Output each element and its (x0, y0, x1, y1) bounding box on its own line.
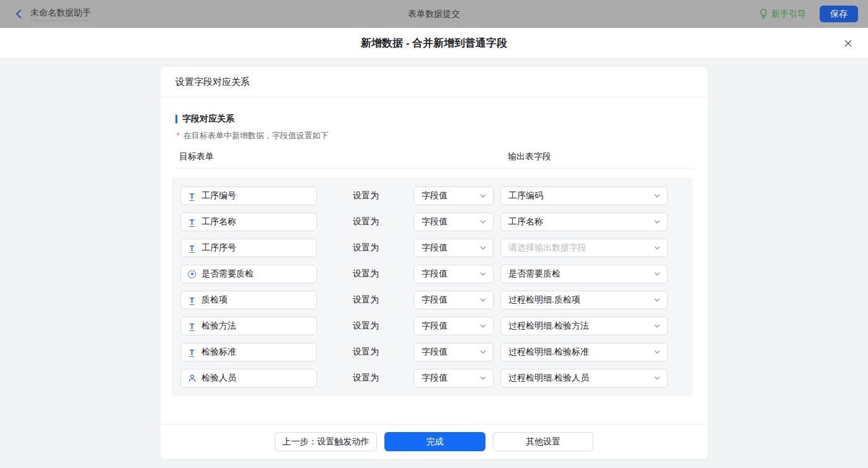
mapping-rows-panel: T 工序编号 设置为 字段值 工序编码 T 工序名称 设置为 字段值 (172, 177, 693, 396)
set-as-label: 设置为 (353, 242, 388, 254)
text-field-icon: T (187, 348, 197, 356)
other-settings-button[interactable]: 其他设置 (493, 432, 593, 451)
output-field-select[interactable]: 过程检明细.检验人员 (500, 369, 668, 387)
chevron-down-icon (479, 192, 487, 200)
top-bar: 未命名数据助手 表单数据提交 新手引导 保存 (0, 0, 868, 28)
output-field-value: 过程检明细.检验人员 (508, 373, 653, 384)
output-field-value: 过程检明细.检验标准 (508, 347, 653, 358)
target-field-label: 工序编号 (202, 190, 236, 201)
target-field-label: 检验标准 (202, 347, 236, 358)
assistant-name[interactable]: 未命名数据助手 (30, 7, 91, 21)
section-note-text: 在目标表单中新增数据，字段值设置如下 (184, 130, 329, 141)
section-title: 字段对应关系 (175, 113, 693, 125)
column-header-target: 目标表单 (179, 151, 214, 162)
set-as-label: 设置为 (353, 294, 388, 306)
output-field-value: 工序编码 (508, 190, 653, 201)
chevron-down-icon (653, 374, 661, 382)
save-button[interactable]: 保存 (820, 6, 858, 22)
output-field-select[interactable]: 工序编码 (500, 187, 668, 205)
card-header-title: 设置字段对应关系 (161, 67, 707, 97)
text-field-icon: T (187, 322, 197, 330)
output-field-select[interactable]: 过程检明细.检验标准 (500, 343, 668, 361)
output-field-select[interactable]: 是否需要质检 (500, 265, 668, 283)
mapping-row: T 检验标准 设置为 字段值 过程检明细.检验标准 (172, 343, 693, 361)
target-field-box[interactable]: T 检验标准 (180, 343, 317, 361)
output-field-select[interactable]: 请选择输出数据字段 (500, 239, 668, 257)
header-divider (175, 168, 693, 169)
value-mode-select[interactable]: 字段值 (414, 213, 494, 231)
back-button[interactable] (14, 9, 24, 19)
done-button[interactable]: 完成 (384, 432, 485, 451)
output-field-value: 工序名称 (508, 216, 653, 227)
chevron-down-icon (479, 218, 487, 226)
target-field-box[interactable]: T 工序编号 (180, 187, 317, 205)
output-field-select[interactable]: 过程检明细.检验方法 (500, 317, 668, 335)
value-mode-value: 字段值 (422, 216, 479, 227)
mapping-row: T 工序编号 设置为 字段值 工序编码 (172, 187, 693, 205)
chevron-left-icon (14, 9, 24, 19)
section-accent-bar (175, 115, 177, 123)
dialog-header: 新增数据 - 合并新增到普通字段 (0, 28, 868, 59)
target-field-label: 是否需要质检 (202, 268, 254, 280)
value-mode-select[interactable]: 字段值 (414, 369, 494, 387)
output-field-value: 是否需要质检 (508, 268, 653, 280)
value-mode-select[interactable]: 字段值 (414, 187, 494, 205)
output-field-value: 过程检明细.检验方法 (508, 320, 653, 332)
chevron-down-icon (653, 218, 661, 226)
value-mode-select[interactable]: 字段值 (414, 265, 494, 283)
target-field-label: 工序序号 (202, 242, 236, 254)
value-mode-select[interactable]: 字段值 (414, 291, 494, 309)
chevron-down-icon (479, 348, 487, 356)
output-field-select[interactable]: 过程检明细.质检项 (500, 291, 668, 309)
mapping-row: 是否需要质检 设置为 字段值 是否需要质检 (172, 265, 693, 283)
chevron-down-icon (479, 296, 487, 304)
mapping-row: T 工序名称 设置为 字段值 工序名称 (172, 213, 693, 231)
text-field-icon: T (187, 296, 197, 304)
value-mode-value: 字段值 (422, 373, 479, 384)
column-headers: 目标表单 输出表字段 (175, 151, 693, 164)
target-field-box[interactable]: T 工序名称 (180, 213, 317, 231)
value-mode-select[interactable]: 字段值 (414, 343, 494, 361)
chevron-down-icon (479, 322, 487, 330)
mapping-row: 检验人员 设置为 字段值 过程检明细.检验人员 (172, 369, 693, 387)
value-mode-value: 字段值 (422, 347, 479, 358)
chevron-down-icon (653, 244, 661, 252)
value-mode-select[interactable]: 字段值 (414, 239, 494, 257)
output-field-value: 过程检明细.质检项 (508, 294, 653, 306)
target-field-label: 检验人员 (202, 373, 236, 384)
beginner-guide-label: 新手引导 (771, 9, 806, 20)
target-field-box[interactable]: T 工序序号 (180, 239, 317, 257)
column-header-output: 输出表字段 (508, 151, 551, 162)
value-mode-value: 字段值 (422, 294, 479, 306)
chevron-down-icon (653, 296, 661, 304)
target-field-box[interactable]: T 检验方法 (180, 317, 317, 335)
target-field-box[interactable]: T 质检项 (180, 291, 317, 309)
chevron-down-icon (653, 348, 661, 356)
set-as-label: 设置为 (353, 216, 388, 227)
chevron-down-icon (479, 244, 487, 252)
beginner-guide-link[interactable]: 新手引导 (759, 9, 806, 20)
chevron-down-icon (479, 270, 487, 278)
previous-step-button[interactable]: 上一步：设置触发动作 (275, 432, 377, 451)
target-field-box[interactable]: 是否需要质检 (180, 265, 317, 283)
output-field-select[interactable]: 工序名称 (500, 213, 668, 231)
text-field-icon: T (187, 192, 197, 200)
field-mapping-card: 设置字段对应关系 字段对应关系 * 在目标表单中新增数据，字段值设置如下 目标表… (161, 67, 707, 459)
section-title-label: 字段对应关系 (182, 113, 234, 125)
set-as-label: 设置为 (353, 320, 388, 332)
target-field-label: 检验方法 (202, 320, 236, 332)
dialog-body: 设置字段对应关系 字段对应关系 * 在目标表单中新增数据，字段值设置如下 目标表… (0, 67, 868, 468)
required-asterisk: * (177, 131, 180, 140)
value-mode-value: 字段值 (422, 268, 479, 280)
set-as-label: 设置为 (353, 268, 388, 280)
output-field-value: 请选择输出数据字段 (508, 242, 653, 254)
value-mode-value: 字段值 (422, 190, 479, 201)
close-icon[interactable] (843, 38, 853, 48)
value-mode-select[interactable]: 字段值 (414, 317, 494, 335)
dialog-title: 新增数据 - 合并新增到普通字段 (361, 36, 507, 50)
mapping-row: T 质检项 设置为 字段值 过程检明细.质检项 (172, 291, 693, 309)
section-note: * 在目标表单中新增数据，字段值设置如下 (175, 130, 693, 141)
target-field-box[interactable]: 检验人员 (180, 369, 317, 387)
dialog-footer: 上一步：设置触发动作 完成 其他设置 (161, 424, 707, 459)
chevron-down-icon (479, 374, 487, 382)
